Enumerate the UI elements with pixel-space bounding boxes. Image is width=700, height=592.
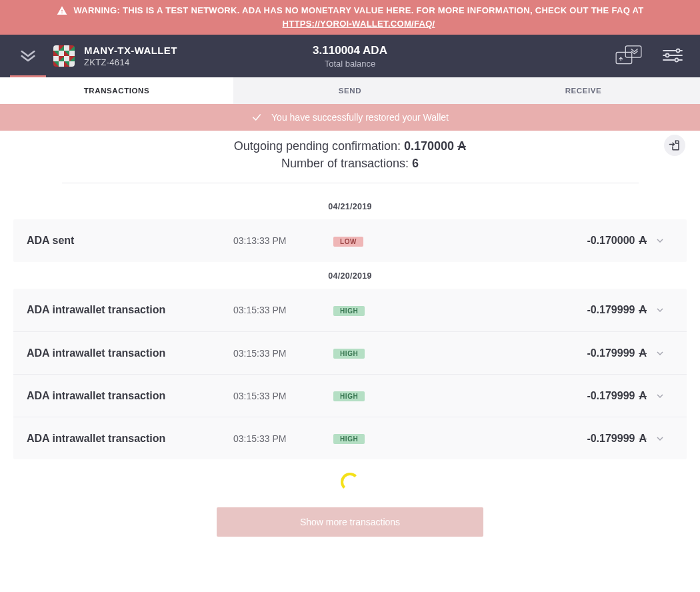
tx-time: 03:15:33 PM [233,391,333,401]
menu-active-indicator [10,75,46,77]
tx-amount: -0.170000 A [513,235,647,247]
svg-point-5 [677,49,680,52]
summary-divider [62,183,639,183]
tab-send[interactable]: SEND [233,77,467,104]
wallet-id: ZKTZ-4614 [84,57,177,67]
settings-button[interactable] [662,46,683,67]
ada-symbol: A [639,433,647,445]
chevron-down-icon [655,348,665,359]
show-more-button[interactable]: Show more transactions [217,507,483,537]
tab-transactions[interactable]: TRANSACTIONS [0,77,233,104]
app-header: MANY-TX-WALLET ZKTZ-4614 3.110004 ADA To… [0,35,700,77]
sliders-icon [662,46,683,65]
assurance-badge: HIGH [333,349,365,359]
menu-chevron-icon [19,47,37,65]
pending-label: Outgoing pending confirmation: [234,139,401,153]
chevron-down-icon [655,305,665,315]
svg-point-7 [675,58,679,61]
tx-count-label: Number of transactions: [281,157,409,170]
tx-time: 03:13:33 PM [233,235,333,246]
chevron-down-icon [655,235,665,246]
loading-spinner [0,459,700,498]
tx-amount: -0.179999 A [513,390,647,402]
wallet-name: MANY-TX-WALLET [84,45,177,56]
transaction-row[interactable]: ADA intrawallet transaction 03:15:33 PM … [13,417,687,459]
chevron-down-icon [655,391,665,401]
expand-row-button[interactable] [647,391,673,401]
tx-amount: -0.179999 A [513,304,647,316]
balance-label: Total balance [313,59,387,69]
tx-amount: -0.179999 A [513,347,647,359]
tx-count-value: 6 [412,157,419,170]
chevron-down-icon [655,433,665,444]
tab-receive[interactable]: RECEIVE [467,77,700,104]
transaction-group: ADA intrawallet transaction 03:15:33 PM … [13,289,687,459]
restored-message: You have successfully restored your Wall… [271,112,449,123]
hardware-wallet-button[interactable] [614,44,643,69]
tx-amount: -0.179999 A [513,433,647,445]
assurance-badge: HIGH [333,434,365,444]
tx-title: ADA intrawallet transaction [27,390,233,402]
transaction-row[interactable]: ADA intrawallet transaction 03:15:33 PM … [13,374,687,417]
wallet-tabs: TRANSACTIONS SEND RECEIVE [0,77,700,104]
card-arrow-icon [614,44,643,67]
tx-time: 03:15:33 PM [233,305,333,315]
transaction-group: ADA sent 03:13:33 PM LOW -0.170000 A [13,219,687,262]
balance-amount: 3.110004 ADA [313,44,387,57]
ada-symbol: A [457,137,466,155]
date-header: 04/20/2019 [0,262,700,289]
ada-symbol: A [639,235,647,247]
assurance-badge: HIGH [333,391,365,401]
svg-rect-1 [616,52,632,63]
wallet-identicon [53,45,75,67]
expand-row-button[interactable] [647,235,673,246]
transaction-row[interactable]: ADA sent 03:13:33 PM LOW -0.170000 A [13,219,687,262]
ada-symbol: A [639,347,647,359]
tx-time: 03:15:33 PM [233,433,333,444]
warning-text: WARNING: THIS IS A TEST NETWORK. ADA HAS… [74,4,644,31]
tx-title: ADA intrawallet transaction [27,347,233,359]
menu-button[interactable] [12,47,44,65]
warning-icon [57,5,67,16]
ada-symbol: A [639,390,647,402]
tx-title: ADA intrawallet transaction [27,304,233,316]
warning-prefix: WARNING: THIS IS A TEST NETWORK. ADA HAS… [74,5,644,15]
export-file-icon [669,139,681,151]
pending-value: 0.170000 [404,139,454,153]
date-header: 04/21/2019 [0,193,700,219]
wallet-selector[interactable]: MANY-TX-WALLET ZKTZ-4614 [53,45,177,67]
transaction-row[interactable]: ADA intrawallet transaction 03:15:33 PM … [13,331,687,374]
assurance-badge: HIGH [333,306,365,316]
assurance-badge: LOW [333,237,363,247]
checkmark-icon [251,112,262,123]
svg-point-6 [666,53,669,57]
transaction-row[interactable]: ADA intrawallet transaction 03:15:33 PM … [13,289,687,331]
expand-row-button[interactable] [647,348,673,359]
testnet-warning-banner: WARNING: THIS IS A TEST NETWORK. ADA HAS… [0,0,700,35]
tx-time: 03:15:33 PM [233,348,333,359]
svg-rect-0 [625,46,641,57]
spinner-icon [341,473,359,491]
transactions-summary: Outgoing pending confirmation: 0.170000 … [0,131,700,193]
expand-row-button[interactable] [647,305,673,315]
expand-row-button[interactable] [647,433,673,444]
tx-title: ADA sent [27,235,233,247]
ada-symbol: A [639,304,647,316]
wallet-restored-banner: You have successfully restored your Wall… [0,104,700,131]
balance-block: 3.110004 ADA Total balance [313,44,387,69]
tx-title: ADA intrawallet transaction [27,433,233,445]
faq-link[interactable]: HTTPS://YOROI-WALLET.COM/FAQ/ [283,19,435,29]
